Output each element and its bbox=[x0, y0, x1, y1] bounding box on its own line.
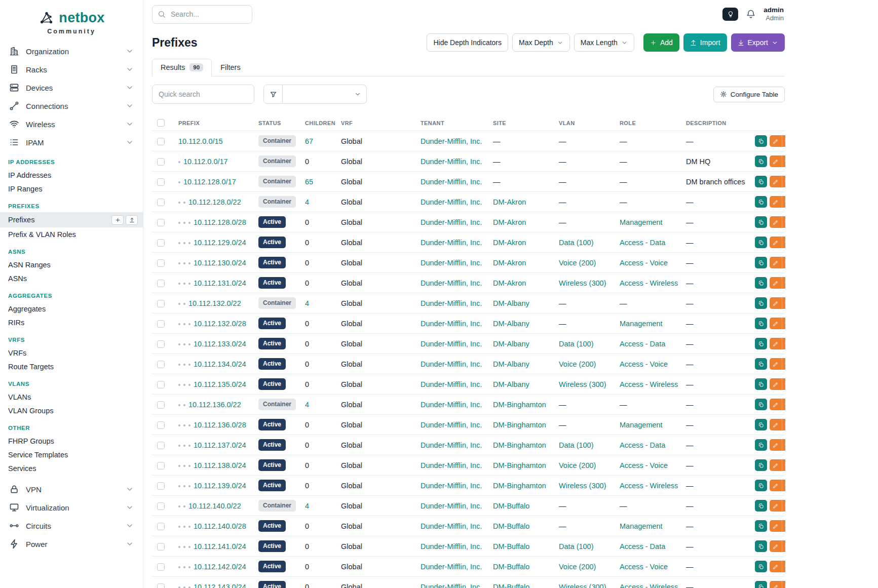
hide-depth-indicators-button[interactable]: Hide Depth Indicators bbox=[427, 33, 508, 52]
column-header-tenant[interactable]: TENANT bbox=[415, 115, 488, 131]
site-link[interactable]: DM-Binghamton bbox=[493, 421, 546, 429]
user-menu[interactable]: admin Admin bbox=[764, 6, 784, 22]
sidebar-item-vlans[interactable]: VLANs bbox=[0, 390, 143, 404]
site-link[interactable]: DM-Buffalo bbox=[493, 583, 529, 588]
brand[interactable]: netbox Community bbox=[0, 6, 143, 38]
row-clone-button[interactable] bbox=[755, 277, 767, 289]
row-edit-dropdown-button[interactable] bbox=[782, 439, 785, 451]
sidebar-item-prefixes[interactable]: Prefixes bbox=[0, 212, 143, 227]
row-edit-dropdown-button[interactable] bbox=[782, 561, 785, 572]
sidebar-item-ipam[interactable]: IPAM bbox=[0, 133, 143, 151]
site-link[interactable]: DM-Albany bbox=[493, 320, 529, 328]
row-edit-button[interactable] bbox=[770, 318, 782, 329]
row-checkbox[interactable] bbox=[157, 340, 165, 348]
sidebar-item-aggregates[interactable]: Aggregates bbox=[0, 302, 143, 316]
row-edit-button[interactable] bbox=[770, 500, 782, 512]
sidebar-item-power[interactable]: Power bbox=[0, 535, 143, 553]
quick-search-input[interactable] bbox=[152, 85, 254, 104]
role-link[interactable]: Access - Wireless bbox=[620, 279, 678, 287]
row-clone-button[interactable] bbox=[755, 439, 767, 451]
row-edit-dropdown-button[interactable] bbox=[782, 277, 785, 289]
sidebar-item-asns[interactable]: ASNs bbox=[0, 271, 143, 285]
row-checkbox[interactable] bbox=[157, 199, 165, 206]
tenant-link[interactable]: Dunder-Mifflin, Inc. bbox=[421, 178, 482, 186]
configure-table-button[interactable]: Configure Table bbox=[713, 87, 785, 102]
row-clone-button[interactable] bbox=[755, 561, 767, 572]
tenant-link[interactable]: Dunder-Mifflin, Inc. bbox=[421, 320, 482, 328]
vlan-link[interactable]: Data (100) bbox=[559, 239, 594, 247]
row-clone-button[interactable] bbox=[755, 399, 767, 410]
row-checkbox[interactable] bbox=[157, 502, 165, 510]
prefix-link[interactable]: 10.112.137.0/24 bbox=[194, 441, 246, 449]
row-checkbox[interactable] bbox=[157, 178, 165, 186]
row-edit-dropdown-button[interactable] bbox=[782, 196, 785, 208]
tenant-link[interactable]: Dunder-Mifflin, Inc. bbox=[421, 239, 482, 247]
row-checkbox[interactable] bbox=[157, 583, 165, 588]
row-edit-button[interactable] bbox=[770, 176, 782, 187]
row-edit-button[interactable] bbox=[770, 135, 782, 147]
row-edit-dropdown-button[interactable] bbox=[782, 297, 785, 309]
vlan-link[interactable]: Wireless (300) bbox=[559, 279, 606, 287]
vlan-link[interactable]: Wireless (300) bbox=[559, 482, 606, 490]
role-link[interactable]: Access - Voice bbox=[620, 563, 668, 571]
site-link[interactable]: DM-Binghamton bbox=[493, 401, 546, 409]
prefix-link[interactable]: 10.112.130.0/24 bbox=[194, 259, 246, 267]
row-edit-button[interactable] bbox=[770, 480, 782, 491]
row-clone-button[interactable] bbox=[755, 581, 767, 588]
sidebar-item-virtualization[interactable]: Virtualization bbox=[0, 498, 143, 517]
tenant-link[interactable]: Dunder-Mifflin, Inc. bbox=[421, 380, 482, 388]
row-edit-button[interactable] bbox=[770, 378, 782, 390]
column-header-status[interactable]: STATUS bbox=[253, 115, 300, 131]
row-clone-button[interactable] bbox=[755, 338, 767, 349]
row-clone-button[interactable] bbox=[755, 520, 767, 532]
tab-results[interactable]: Results 90 bbox=[152, 59, 212, 76]
column-header-site[interactable]: SITE bbox=[488, 115, 554, 131]
role-link[interactable]: Management bbox=[620, 218, 663, 226]
row-edit-dropdown-button[interactable] bbox=[782, 520, 785, 532]
sidebar-item-organization[interactable]: Organization bbox=[0, 42, 143, 60]
row-checkbox[interactable] bbox=[157, 482, 165, 490]
site-link[interactable]: DM-Akron bbox=[493, 279, 526, 287]
sidebar-item-services[interactable]: Services bbox=[0, 461, 143, 475]
vlan-link[interactable]: Voice (200) bbox=[559, 563, 596, 571]
role-link[interactable]: Access - Voice bbox=[620, 360, 668, 368]
row-edit-button[interactable] bbox=[770, 399, 782, 410]
prefix-link[interactable]: 10.112.128.0/22 bbox=[188, 198, 241, 206]
vlan-link[interactable]: Data (100) bbox=[559, 542, 594, 551]
row-edit-dropdown-button[interactable] bbox=[782, 378, 785, 390]
notifications-bell-icon[interactable] bbox=[746, 9, 756, 19]
sidebar-item-vlan-groups[interactable]: VLAN Groups bbox=[0, 404, 143, 417]
row-checkbox[interactable] bbox=[157, 543, 165, 551]
row-checkbox[interactable] bbox=[157, 219, 165, 226]
row-checkbox[interactable] bbox=[157, 138, 165, 145]
role-link[interactable]: Access - Data bbox=[620, 542, 665, 551]
row-edit-dropdown-button[interactable] bbox=[782, 459, 785, 471]
prefix-link[interactable]: 10.112.133.0/24 bbox=[194, 340, 246, 348]
tenant-link[interactable]: Dunder-Mifflin, Inc. bbox=[421, 218, 482, 226]
sidebar-add-prefix-button[interactable] bbox=[111, 215, 124, 225]
children-count-link[interactable]: 4 bbox=[305, 401, 309, 409]
row-clone-button[interactable] bbox=[755, 480, 767, 491]
site-link[interactable]: DM-Akron bbox=[493, 259, 526, 267]
tenant-link[interactable]: Dunder-Mifflin, Inc. bbox=[421, 299, 482, 307]
row-edit-button[interactable] bbox=[770, 561, 782, 572]
site-link[interactable]: DM-Akron bbox=[493, 239, 526, 247]
theme-toggle-button[interactable] bbox=[722, 8, 738, 21]
row-checkbox[interactable] bbox=[157, 239, 165, 247]
row-clone-button[interactable] bbox=[755, 459, 767, 471]
prefix-link[interactable]: 10.112.141.0/24 bbox=[194, 542, 246, 551]
vlan-link[interactable]: Voice (200) bbox=[559, 259, 596, 267]
row-checkbox[interactable] bbox=[157, 401, 165, 409]
prefix-link[interactable]: 10.112.129.0/24 bbox=[194, 239, 246, 247]
column-header-children[interactable]: CHILDREN bbox=[300, 115, 336, 131]
row-edit-dropdown-button[interactable] bbox=[782, 216, 785, 228]
select-all-checkbox[interactable] bbox=[157, 119, 165, 127]
prefix-link[interactable]: 10.112.0.0/15 bbox=[178, 137, 223, 145]
tenant-link[interactable]: Dunder-Mifflin, Inc. bbox=[421, 441, 482, 449]
site-link[interactable]: DM-Buffalo bbox=[493, 563, 529, 571]
row-edit-button[interactable] bbox=[770, 216, 782, 228]
row-edit-dropdown-button[interactable] bbox=[782, 318, 785, 329]
row-checkbox[interactable] bbox=[157, 300, 165, 307]
site-link[interactable]: DM-Buffalo bbox=[493, 542, 529, 551]
max-depth-dropdown[interactable]: Max Depth bbox=[512, 33, 570, 52]
